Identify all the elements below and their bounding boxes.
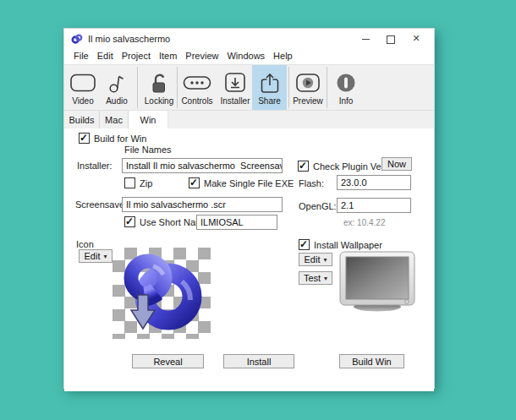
menu-preview[interactable]: Preview	[181, 49, 222, 63]
checkbox-box	[298, 161, 309, 172]
win-build-panel: Build for Win File Names Installer: Inst…	[64, 128, 434, 391]
build-win-button[interactable]: Build Win	[339, 354, 404, 368]
video-icon	[69, 69, 96, 96]
opengl-label: OpenGL:	[299, 201, 337, 211]
tab-win[interactable]: Win	[129, 111, 168, 128]
wallpaper-test-dropdown[interactable]: Test	[299, 271, 332, 285]
blue-rings-logo	[113, 248, 211, 339]
wallpaper-edit-dropdown[interactable]: Edit	[299, 253, 332, 266]
short-name-input[interactable]: ILMIOSAL	[196, 215, 277, 230]
single-file-exe-checkbox[interactable]: Make Single File EXE	[189, 177, 294, 188]
audio-note-icon	[106, 69, 128, 96]
toolbar: Video Audio Locking	[64, 64, 434, 110]
menu-bar: File Edit Project Item Preview Windows H…	[64, 46, 434, 64]
installer-filename-input[interactable]: Install Il mio salvaschermo Screensaver.…	[122, 158, 283, 173]
toolbar-installer-button[interactable]: Installer	[217, 65, 254, 110]
flash-label: Flash:	[299, 178, 324, 188]
screensaver-icon-preview	[113, 248, 211, 339]
toolbar-locking-button[interactable]: Locking	[141, 65, 177, 110]
file-names-label: File Names	[124, 145, 172, 155]
checkbox-box	[299, 239, 310, 250]
app-logo-icon	[71, 33, 83, 45]
toolbar-separator	[327, 67, 327, 108]
build-for-win-checkbox[interactable]: Build for Win	[79, 133, 146, 144]
toolbar-audio-button[interactable]: Audio	[100, 65, 134, 110]
menu-edit[interactable]: Edit	[93, 49, 118, 63]
checkbox-box	[124, 216, 135, 227]
screensaver-filename-input[interactable]: Il mio salvaschermo .scr	[122, 197, 283, 212]
menu-item[interactable]: Item	[155, 49, 181, 63]
icon-edit-dropdown[interactable]: Edit	[79, 249, 113, 263]
toolbar-separator	[288, 67, 289, 108]
window-title: Il mio salvaschermo	[88, 34, 353, 44]
toolbar-controls-button[interactable]: Controls	[178, 65, 216, 110]
flash-version-input[interactable]: 23.0.0	[337, 175, 411, 190]
tab-builds[interactable]: Builds	[64, 111, 100, 128]
maximize-button[interactable]	[378, 33, 403, 43]
title-bar: Il mio salvaschermo ✕	[64, 29, 434, 46]
toolbar-separator	[177, 67, 178, 108]
menu-project[interactable]: Project	[118, 49, 155, 63]
checkbox-box	[189, 177, 200, 188]
app-window: Il mio salvaschermo ✕ File Edit Project …	[63, 28, 435, 389]
padlock-open-icon	[147, 69, 171, 96]
now-button[interactable]: Now	[382, 157, 412, 171]
install-wallpaper-checkbox[interactable]: Install Wallpaper	[299, 239, 382, 250]
menu-windows[interactable]: Windows	[222, 49, 269, 63]
build-tabs: Builds Mac Win	[64, 110, 434, 128]
controls-pill-icon	[183, 69, 211, 96]
menu-help[interactable]: Help	[269, 49, 297, 63]
info-icon	[335, 69, 357, 96]
icon-section-label: Icon	[76, 239, 94, 249]
share-icon	[258, 69, 282, 96]
toolbar-share-button[interactable]: Share	[252, 65, 287, 110]
preview-play-icon	[295, 69, 321, 96]
toolbar-preview-button[interactable]: Preview	[291, 65, 325, 110]
close-button[interactable]: ✕	[403, 33, 429, 44]
install-download-icon	[223, 69, 247, 96]
menu-file[interactable]: File	[69, 49, 93, 63]
minimize-button[interactable]	[353, 34, 378, 44]
opengl-example-hint: ex: 10.4.22	[343, 218, 385, 227]
toolbar-separator	[137, 67, 138, 108]
monitor-preview-image	[338, 251, 416, 314]
checkbox-box	[124, 177, 135, 188]
installer-label: Installer:	[77, 161, 113, 171]
install-button[interactable]: Install	[223, 354, 294, 368]
toolbar-video-button[interactable]: Video	[65, 65, 101, 110]
opengl-version-input[interactable]: 2.1	[337, 198, 411, 213]
checkbox-box	[79, 133, 90, 144]
zip-checkbox[interactable]: Zip	[124, 177, 152, 188]
toolbar-info-button[interactable]: Info	[329, 65, 363, 110]
reveal-button[interactable]: Reveal	[132, 354, 204, 368]
tab-mac[interactable]: Mac	[100, 111, 129, 128]
